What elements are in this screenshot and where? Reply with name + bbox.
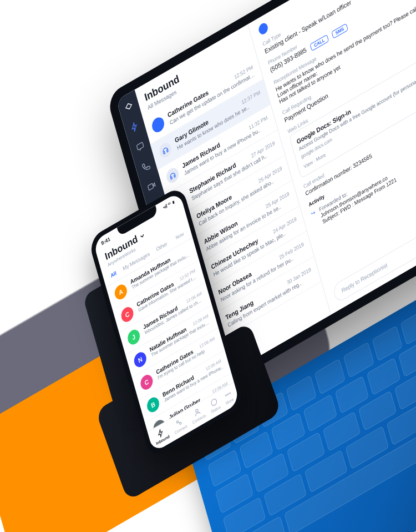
now-label: Now [175,231,185,241]
svg-point-9 [229,393,230,394]
nav-chat-icon[interactable] [135,140,146,154]
nav-connect[interactable]: Connect [171,415,187,435]
tab-other[interactable]: Other [155,240,168,252]
nav-contacts[interactable]: Contacts [190,404,206,425]
svg-point-3 [176,420,179,423]
scene: Inbound All Messages Catherine Gates12:5… [0,0,416,532]
tab-all[interactable]: All [110,270,117,279]
nav-video-icon[interactable] [146,179,157,194]
nav-status[interactable]: Status [208,396,221,414]
contact-avatar: J [126,327,141,347]
svg-rect-1 [148,183,153,190]
nav-bolt-icon[interactable] [130,120,140,134]
svg-point-5 [195,409,198,413]
svg-point-7 [225,395,226,397]
nav-phone-icon[interactable] [141,160,151,174]
headset-avatar-icon [158,140,173,160]
contact-avatar: A [113,282,129,302]
svg-point-6 [210,398,217,407]
nav-inbound[interactable]: Inbound [153,425,170,446]
contact-avatar: B [145,395,161,415]
forward-icon: ↪ [311,209,319,229]
contact-avatar: C [120,305,135,325]
headset-avatar-icon [165,165,180,185]
svg-point-8 [227,394,229,395]
contact-avatar: N [133,350,148,370]
chevron-down-icon [139,231,146,241]
reply-placeholder: Reply to Receptionist [341,262,388,294]
app-logo-icon [124,101,134,115]
contact-avatar: C [139,372,155,392]
status-dot-icon [257,21,269,36]
message-time [188,245,190,252]
svg-point-4 [179,421,181,424]
nav-more[interactable]: More [223,388,234,405]
headset-avatar-icon [150,115,166,135]
